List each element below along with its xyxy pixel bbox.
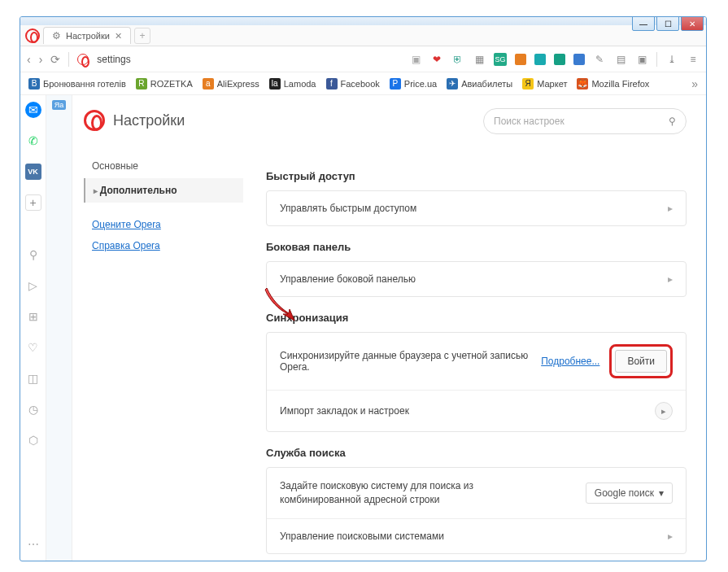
manage-search-engines-row[interactable]: Управление поисковыми системами ▸ xyxy=(267,518,686,553)
help-opera-link[interactable]: Справка Opera xyxy=(84,235,243,256)
minimize-button[interactable]: — xyxy=(632,16,655,31)
section-sync: Синхронизация xyxy=(266,312,687,324)
section-side-panel: Боковая панель xyxy=(266,241,687,253)
sync-learn-more-link[interactable]: Подробнее... xyxy=(541,356,599,367)
cube-icon[interactable]: ⬡ xyxy=(25,432,41,448)
quick-access-manage-row[interactable]: Управлять быстрым доступом ▸ xyxy=(267,191,686,225)
address-bar[interactable]: settings xyxy=(97,54,401,65)
side-panel-manage-row[interactable]: Управление боковой панелью ▸ xyxy=(267,262,686,296)
sync-login-button[interactable]: Войти xyxy=(615,350,667,373)
bookmark-icon: B xyxy=(28,78,40,90)
bookmark-icon: la xyxy=(269,78,281,90)
section-quick-access: Быстрый доступ xyxy=(266,170,687,182)
forward-button[interactable]: › xyxy=(39,53,43,66)
ext-teal-icon[interactable] xyxy=(534,54,546,65)
wand-icon[interactable]: ✎ xyxy=(593,53,606,66)
sync-row: Синхронизируйте данные браузера с учетно… xyxy=(267,333,686,390)
search-placeholder: Поиск настроек xyxy=(494,116,565,127)
add-sidebar-icon[interactable]: + xyxy=(25,194,41,211)
bookmarks-bar: BБронювання готелів RROZETKA aAliExpress… xyxy=(20,72,706,95)
browser-sidebar: ✉ ✆ VK + ⚲ ▷ ⊞ ♡ ◫ ◷ ⬡ ⋯ xyxy=(20,95,46,561)
translate-icon[interactable]: Яa xyxy=(52,100,67,110)
ext-orange-icon[interactable] xyxy=(515,54,526,65)
bookmark-icon: Я xyxy=(522,78,534,90)
ext-green-icon[interactable] xyxy=(554,54,565,65)
settings-search-input[interactable]: Поиск настроек ⚲ xyxy=(483,108,687,134)
chevron-right-circle-icon: ▸ xyxy=(655,402,673,420)
import-bookmarks-row[interactable]: Импорт закладок и настроек ▸ xyxy=(267,390,686,431)
more-sidebar-icon[interactable]: ⋯ xyxy=(25,536,41,552)
bookmark-item[interactable]: ✈Авиабилеты xyxy=(447,78,512,90)
main-content-area: ✉ ✆ VK + ⚲ ▷ ⊞ ♡ ◫ ◷ ⬡ ⋯ Яa Настройки xyxy=(20,95,706,561)
chevron-right-icon: ▸ xyxy=(668,203,673,214)
history-icon[interactable]: ◷ xyxy=(25,401,41,417)
tab-close-icon[interactable]: ✕ xyxy=(115,31,122,41)
close-button[interactable]: ✕ xyxy=(681,16,704,31)
bookmark-icon: ✈ xyxy=(447,78,458,90)
opera-logo-icon[interactable] xyxy=(25,28,40,43)
section-search: Служба поиска xyxy=(266,447,687,459)
ext-blue-icon[interactable] xyxy=(573,54,585,65)
bookmark-item[interactable]: BБронювання готелів xyxy=(28,78,126,90)
page-title: Настройки xyxy=(113,112,185,129)
search-engine-dropdown[interactable]: Google поиск ▾ xyxy=(586,482,673,504)
sg-badge-icon[interactable]: SG xyxy=(494,53,507,66)
settings-toolbar: Яa xyxy=(46,95,72,561)
settings-content: Настройки Основные Дополнительно Оцените… xyxy=(72,95,706,561)
rate-opera-link[interactable]: Оцените Opera xyxy=(84,214,243,235)
bookmark-icon: 🦊 xyxy=(577,78,588,90)
opera-logo-icon xyxy=(84,110,105,131)
menu-icon[interactable]: ≡ xyxy=(687,53,700,66)
toolbar-icons: ▣ ❤ ⛨ ▦ SG ✎ ▤ ▣ ⤓ ≡ xyxy=(409,52,700,67)
bookmark-item[interactable]: laLamoda xyxy=(269,78,316,90)
nav-basic[interactable]: Основные xyxy=(84,154,243,178)
chevron-down-icon: ▾ xyxy=(659,487,664,499)
news-icon[interactable]: ▣ xyxy=(635,53,648,66)
tabs-icon[interactable]: ◫ xyxy=(25,370,41,386)
download-icon[interactable]: ⤓ xyxy=(665,53,678,66)
address-opera-icon xyxy=(77,54,89,65)
tab-title: Настройки xyxy=(66,31,110,41)
back-button[interactable]: ‹ xyxy=(27,53,31,66)
search-sidebar-icon[interactable]: ⚲ xyxy=(25,247,41,263)
gear-icon: ⚙ xyxy=(52,30,61,41)
send-icon[interactable]: ▷ xyxy=(25,277,41,294)
navigation-bar: ‹ › ⟳ settings ▣ ❤ ⛨ ▦ SG ✎ ▤ ▣ ⤓ ≡ xyxy=(20,46,706,72)
bookmark-item[interactable]: 🦊Mozilla Firefox xyxy=(577,78,649,90)
bookmark-item[interactable]: ЯМаркет xyxy=(522,78,567,90)
chevron-right-icon: ▸ xyxy=(668,531,673,542)
reload-button[interactable]: ⟳ xyxy=(50,53,60,66)
annotation-highlight: Войти xyxy=(609,344,673,378)
window-titlebar: — ☐ ✕ xyxy=(20,17,706,25)
maximize-button[interactable]: ☐ xyxy=(656,16,679,31)
heart-icon[interactable]: ❤ xyxy=(430,53,443,66)
bookmark-icon: P xyxy=(390,78,401,90)
nav-advanced[interactable]: Дополнительно xyxy=(84,178,243,203)
tabs-bar: ⚙ Настройки ✕ + xyxy=(20,25,706,46)
camera-icon[interactable]: ▣ xyxy=(409,53,422,66)
settings-sidebar: Настройки Основные Дополнительно Оцените… xyxy=(72,95,243,561)
bookmark-icon: f xyxy=(326,78,338,90)
heart-sidebar-icon[interactable]: ♡ xyxy=(25,339,41,356)
bookmark-item[interactable]: aAliExpress xyxy=(203,78,259,90)
bookmark-icon: a xyxy=(203,78,214,90)
speed-dial-icon[interactable]: ⊞ xyxy=(25,308,41,325)
extension-icon[interactable]: ▦ xyxy=(473,53,486,66)
settings-panel: Поиск настроек ⚲ Быстрый доступ Управлят… xyxy=(243,95,706,561)
bookmarks-overflow[interactable]: » xyxy=(691,77,698,90)
bookmark-item[interactable]: PPrice.ua xyxy=(390,78,437,90)
vk-icon[interactable]: VK xyxy=(25,164,41,180)
search-icon: ⚲ xyxy=(669,116,676,127)
browser-window: — ☐ ✕ ⚙ Настройки ✕ + ‹ › ⟳ settings ▣ ❤… xyxy=(20,16,707,561)
search-engine-row: Задайте поисковую систему для поиска из … xyxy=(267,468,686,518)
grid-icon[interactable]: ▤ xyxy=(614,53,627,66)
chevron-right-icon: ▸ xyxy=(668,273,673,285)
whatsapp-icon[interactable]: ✆ xyxy=(25,133,41,149)
new-tab-button[interactable]: + xyxy=(134,28,150,44)
messenger-icon[interactable]: ✉ xyxy=(25,102,41,118)
shield-icon[interactable]: ⛨ xyxy=(451,53,464,66)
tab-settings[interactable]: ⚙ Настройки ✕ xyxy=(43,27,131,44)
bookmark-item[interactable]: fFacebook xyxy=(326,78,380,90)
bookmark-item[interactable]: RROZETKA xyxy=(136,78,193,90)
bookmark-icon: R xyxy=(136,78,147,90)
